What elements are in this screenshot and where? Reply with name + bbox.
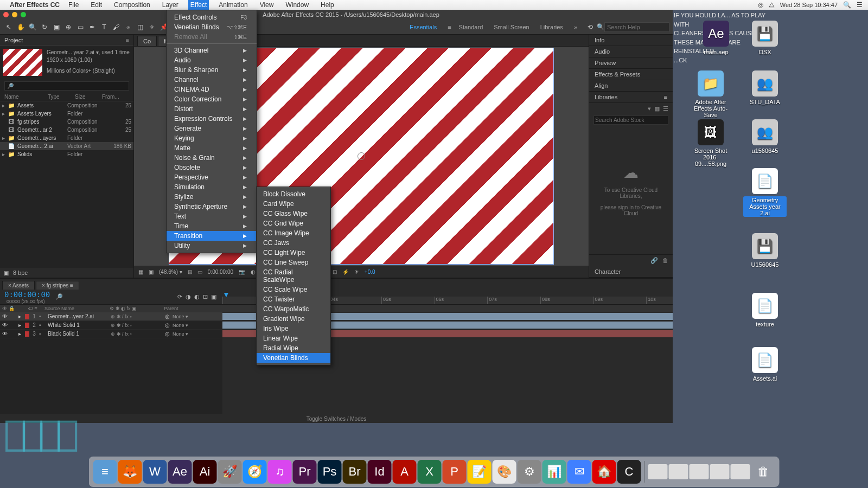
transition-item[interactable]: CC Grid Wipe [257,219,330,228]
project-item[interactable]: 🎞fg stripesComposition25 [0,118,133,126]
sync-icon[interactable]: ⟲ [585,22,596,33]
dock-app-icon[interactable]: ♫ [268,460,292,484]
shape-tool-icon[interactable]: ▭ [75,22,86,33]
effect-category-item[interactable]: Channel▶ [167,75,257,85]
icon-wifi[interactable]: ⧋ [769,1,775,9]
effect-category-item[interactable]: Text▶ [167,211,257,221]
panel-info[interactable]: Info [589,35,673,46]
text-tool-icon[interactable]: T [99,22,110,33]
timeline-tab[interactable]: × Assets [2,281,35,290]
dock-app-icon[interactable]: W [143,460,167,484]
effect-category-item[interactable]: Simulation▶ [167,182,257,192]
desktop-icon[interactable]: 💾OSX [743,21,787,55]
menu-layer[interactable]: Layer [160,0,181,10]
lib-trash-icon[interactable]: 🗑 [662,257,668,264]
region-icon[interactable]: ▭ [197,269,202,275]
workspace-overflow-icon[interactable]: » [574,24,577,30]
stock-search-input[interactable] [593,115,668,125]
effect-category-item[interactable]: CINEMA 4D▶ [167,85,257,94]
transition-item[interactable]: Venetian Blinds [257,353,330,363]
alpha-toggle-icon[interactable]: ▦ [138,269,143,275]
desktop-icon[interactable]: 📁Adobe After Effects Auto-Save [689,70,732,118]
help-search-input[interactable] [604,22,669,32]
window-titlebar[interactable]: Adobe After Effects CC 2015 - /Users/u15… [0,10,673,20]
transition-item[interactable]: CC Scale Wipe [257,285,330,294]
transition-item[interactable]: Linear Wipe [257,333,330,343]
dock-app-icon[interactable]: X [418,460,442,484]
effect-category-item[interactable]: Noise & Grain▶ [167,153,257,163]
comp-tab[interactable]: Co [137,36,157,46]
effect-category-item[interactable]: Audio▶ [167,55,257,65]
dock-app-icon[interactable]: C [617,460,641,484]
effect-category-item[interactable]: Matte▶ [167,143,257,153]
roto-tool-icon[interactable]: ✧ [146,22,157,33]
transition-item[interactable]: CC Jaws [257,238,330,248]
transition-item[interactable]: Radial Wipe [257,343,330,353]
dock-app-icon[interactable]: A [393,460,417,484]
workspace-libraries[interactable]: Libraries [540,24,563,30]
transition-item[interactable]: CC Radial ScaleWipe [257,267,330,285]
pixel-icon[interactable]: ⊡ [333,269,337,275]
transition-item[interactable]: CC WarpoMatic [257,304,330,314]
project-item[interactable]: 🎞Geometr...ar 2Composition25 [0,126,133,134]
dock-app-icon[interactable]: Ai [193,460,217,484]
workspace-small-screen[interactable]: Small Screen [494,24,529,30]
dock-minimized-window[interactable] [669,464,688,479]
dock-app-icon[interactable]: ⚙ [518,460,541,484]
lib-dropdown-icon[interactable]: ▾ [648,105,651,112]
transition-item[interactable]: Block Dissolve [257,189,330,199]
dock-app-icon[interactable]: 🦊 [118,460,142,484]
dock-app-icon[interactable]: 📝 [468,460,492,484]
project-item[interactable]: ▸📁Assets LayersFolder [0,110,133,118]
icon-cloud[interactable]: ◎ [758,1,763,9]
dock-app-icon[interactable]: ≡ [93,460,117,484]
tl-button-icon[interactable]: ⟳ [177,293,182,300]
app-name[interactable]: After Effects CC [10,1,60,9]
exposure-icon[interactable]: ☀ [354,269,359,275]
zoom-window-icon[interactable] [21,12,26,17]
desktop-icon[interactable]: 👥STU_DATA [743,70,787,105]
lib-list-icon[interactable]: ☰ [663,105,668,112]
tl-button-icon[interactable]: ◐ [194,293,200,300]
dock-app-icon[interactable]: P [443,460,467,484]
dock-app-icon[interactable]: 🎨 [493,460,516,484]
workspace-essentials[interactable]: Essentials [410,24,437,30]
dock-app-icon[interactable]: ✉ [567,460,591,484]
lib-grid-icon[interactable]: ▦ [654,105,660,112]
project-columns[interactable]: Name Type Size Fram... [0,93,133,101]
snapshot-icon[interactable]: 📷 [239,269,245,275]
panel-character[interactable]: Character [589,266,673,278]
desktop-icon[interactable]: 💾U1560645 [743,233,787,268]
project-item-list[interactable]: ▸📁AssetsComposition25▸📁Assets LayersFold… [0,101,133,268]
timeline-footer[interactable]: Toggle Switches / Modes [0,414,673,423]
brush-tool-icon[interactable]: 🖌 [111,22,122,33]
menu-animation[interactable]: Animation [216,0,250,10]
desktop-icon[interactable]: 📄texture [743,293,787,328]
effect-category-item[interactable]: Color Correction▶ [167,94,257,104]
panel-preview[interactable]: Preview [589,57,673,69]
effect-category-item[interactable]: Synthetic Aperture▶ [167,202,257,211]
stamp-tool-icon[interactable]: ⟐ [123,22,133,33]
workspace-standard[interactable]: Standard [459,24,483,30]
timeline-layer[interactable]: 👁 ▸3▫Black Solid 1⊕ ✱ / fx ▫◎None ▾ [0,330,222,338]
project-item[interactable]: ▸📁AssetsComposition25 [0,101,133,110]
camera-tool-icon[interactable]: ▣ [51,22,62,33]
zoom-tool-icon[interactable]: 🔍 [27,22,38,33]
res-icon[interactable]: ⊞ [188,269,192,275]
project-tab[interactable]: Project ≡ [0,35,133,46]
transition-item[interactable]: Card Wipe [257,199,330,209]
transition-item[interactable]: CC Twister [257,294,330,304]
effect-category-item[interactable]: Distort▶ [167,104,257,114]
panel-menu-icon[interactable]: ≡ [126,37,129,43]
effect-category-item[interactable]: Blur & Sharpen▶ [167,65,257,75]
menu-edit[interactable]: Edit [88,0,104,10]
panel-align[interactable]: Align [589,80,673,92]
timeline-tab[interactable]: × fg stripes ≡ [36,281,79,290]
tl-button-icon[interactable]: ◑ [186,293,191,300]
transition-item[interactable]: CC Glass Wipe [257,209,330,219]
desktop-icon[interactable]: 📄Geometry Assets year 2.ai [743,168,787,217]
effect-category-item[interactable]: Generate▶ [167,124,257,133]
dock-app-icon[interactable]: 🚀 [218,460,242,484]
dock-app-icon[interactable]: 📊 [542,460,566,484]
zoom-dropdown[interactable]: (48.6%) ▾ [159,269,182,275]
